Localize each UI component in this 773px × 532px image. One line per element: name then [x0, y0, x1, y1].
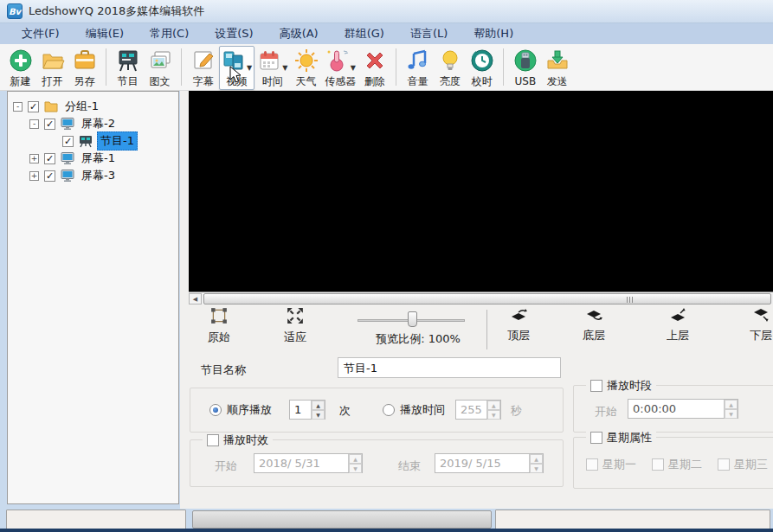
- period-start-spinner[interactable]: 0:00:00▲▼: [628, 399, 738, 419]
- tree-checkbox[interactable]: ✓: [44, 153, 55, 164]
- week-checkbox[interactable]: [590, 432, 602, 444]
- tree-node-screen-3[interactable]: + ✓ 屏幕-3: [8, 167, 178, 184]
- validity-end-value[interactable]: 2019/ 5/15: [435, 454, 529, 472]
- spin-up-icon[interactable]: ▲: [530, 454, 543, 464]
- weather-button[interactable]: 天气: [290, 46, 322, 90]
- wednesday-checkbox-item[interactable]: 星期三: [718, 457, 768, 472]
- tree-checkbox[interactable]: ✓: [28, 101, 39, 112]
- tree-checkbox[interactable]: ✓: [62, 136, 74, 147]
- menu-common[interactable]: 常用(C): [137, 23, 202, 44]
- validity-end-spinner[interactable]: 2019/ 5/15▲▼: [435, 453, 544, 473]
- brightness-icon: [438, 48, 462, 75]
- tree-node-screen-2[interactable]: - ✓ 屏幕-2: [8, 115, 178, 132]
- volume-button[interactable]: 音量: [402, 46, 434, 90]
- toolbar: 新建 打开 另存 节目 图文 字幕 ▼ 视频 ▼ 时间 天气 ▼ 传感器 删除: [0, 44, 773, 91]
- spin-down-icon[interactable]: ▼: [349, 464, 362, 473]
- program-button[interactable]: 节目: [112, 46, 144, 90]
- menu-file[interactable]: 文件(F): [9, 23, 73, 44]
- graphics-text-icon: [148, 48, 172, 75]
- video-button[interactable]: ▼ 视频: [219, 46, 254, 90]
- slider-thumb[interactable]: [408, 311, 417, 327]
- expand-expander-icon[interactable]: +: [29, 154, 39, 163]
- scroll-left-button[interactable]: ◀: [189, 293, 202, 304]
- screen-icon: [61, 151, 74, 165]
- tree-node-label-selected[interactable]: 节目-1: [97, 131, 138, 151]
- validity-checkbox[interactable]: [207, 434, 219, 446]
- play-seconds-spinner[interactable]: 255▲▼: [455, 400, 501, 420]
- tuesday-checkbox[interactable]: [652, 458, 664, 471]
- spin-up-icon[interactable]: ▲: [725, 400, 738, 409]
- app-logo-icon: Bv: [7, 3, 23, 19]
- menu-advanced[interactable]: 高级(A): [267, 23, 332, 44]
- preview-h-scrollbar[interactable]: ◀: [189, 292, 773, 304]
- menu-language[interactable]: 语言(L): [397, 23, 461, 44]
- play-mode-group: 顺序播放 1▲▼ 次 播放时间 255▲▼ 秒: [190, 388, 564, 433]
- program-name-input[interactable]: 节目-1: [338, 357, 561, 378]
- play-seconds-value[interactable]: 255: [456, 401, 486, 419]
- new-button[interactable]: 新建: [4, 46, 36, 90]
- radio-off-icon[interactable]: [383, 404, 395, 416]
- period-start-label: 开始: [595, 404, 617, 420]
- down-layer-button[interactable]: 下层: [750, 307, 772, 343]
- tree-node-label[interactable]: 分组-1: [62, 98, 101, 115]
- sensor-button[interactable]: ▼ 传感器: [322, 46, 358, 90]
- fit-button[interactable]: 适应: [284, 307, 306, 345]
- collapse-expander-icon[interactable]: -: [29, 119, 39, 129]
- spin-down-icon[interactable]: ▼: [312, 410, 325, 420]
- save-as-button[interactable]: 另存: [68, 46, 100, 90]
- sequential-play-radio[interactable]: 顺序播放: [209, 402, 272, 418]
- up-layer-button[interactable]: 上层: [667, 307, 689, 343]
- menu-group[interactable]: 群组(G): [332, 23, 397, 44]
- time-button[interactable]: ▼ 时间: [254, 46, 290, 90]
- time-dropdown-icon[interactable]: ▼: [282, 64, 287, 75]
- spin-up-icon[interactable]: ▲: [487, 401, 500, 410]
- led-preview-canvas[interactable]: [189, 91, 773, 292]
- subtitle-button[interactable]: 字幕: [187, 46, 219, 90]
- preview-scale-slider[interactable]: [358, 309, 465, 322]
- monday-checkbox-item[interactable]: 星期一: [586, 457, 636, 472]
- play-period-checkbox[interactable]: [590, 380, 602, 392]
- monday-checkbox[interactable]: [586, 458, 598, 471]
- tree-checkbox[interactable]: ✓: [44, 119, 55, 130]
- top-layer-button[interactable]: 顶层: [507, 307, 530, 343]
- spin-up-icon[interactable]: ▲: [312, 401, 325, 410]
- spin-down-icon[interactable]: ▼: [530, 464, 543, 473]
- delete-button[interactable]: 删除: [358, 46, 390, 90]
- play-count-spinner[interactable]: 1▲▼: [289, 400, 325, 420]
- menu-help[interactable]: 帮助(H): [461, 23, 526, 44]
- tree-node-screen-1[interactable]: + ✓ 屏幕-1: [8, 150, 178, 167]
- bottom-scrollbar-thumb[interactable]: [192, 510, 492, 529]
- play-count-value[interactable]: 1: [290, 401, 311, 419]
- graphics-text-button[interactable]: 图文: [144, 46, 176, 90]
- wednesday-checkbox[interactable]: [718, 458, 730, 471]
- tree-node-label[interactable]: 屏幕-3: [79, 167, 118, 184]
- tree-checkbox[interactable]: ✓: [44, 170, 55, 182]
- bottom-layer-button[interactable]: 底层: [583, 307, 605, 343]
- menu-edit[interactable]: 编辑(E): [73, 23, 137, 44]
- validity-start-spinner[interactable]: 2018/ 5/31▲▼: [254, 453, 363, 473]
- original-size-button[interactable]: 原始: [208, 307, 230, 345]
- usb-button[interactable]: USB: [509, 46, 541, 90]
- scrollbar-thumb[interactable]: [203, 293, 771, 304]
- tree-node-label[interactable]: 屏幕-2: [79, 115, 118, 132]
- radio-on-icon[interactable]: [209, 404, 222, 416]
- period-start-value[interactable]: 0:00:00: [628, 400, 724, 418]
- spin-down-icon[interactable]: ▼: [487, 410, 500, 420]
- send-button[interactable]: 发送: [541, 46, 573, 90]
- tree-node-program-1[interactable]: ✓ 节目-1: [8, 132, 178, 150]
- timed-play-radio[interactable]: 播放时间: [383, 402, 445, 418]
- tree-node-label[interactable]: 屏幕-1: [79, 150, 118, 167]
- expand-expander-icon[interactable]: +: [29, 171, 39, 181]
- open-button[interactable]: 打开: [36, 46, 68, 90]
- menu-settings[interactable]: 设置(S): [202, 23, 266, 44]
- tuesday-checkbox-item[interactable]: 星期二: [652, 457, 702, 472]
- spin-down-icon[interactable]: ▼: [725, 409, 738, 419]
- time-sync-button[interactable]: 校时: [466, 46, 498, 90]
- brightness-button[interactable]: 亮度: [434, 46, 466, 90]
- validity-start-value[interactable]: 2018/ 5/31: [254, 454, 348, 472]
- video-dropdown-icon[interactable]: ▼: [247, 64, 252, 75]
- sensor-dropdown-icon[interactable]: ▼: [351, 64, 356, 75]
- collapse-expander-icon[interactable]: -: [13, 102, 23, 112]
- tree-node-group-1[interactable]: - ✓ 分组-1: [8, 98, 178, 115]
- spin-up-icon[interactable]: ▲: [349, 454, 362, 464]
